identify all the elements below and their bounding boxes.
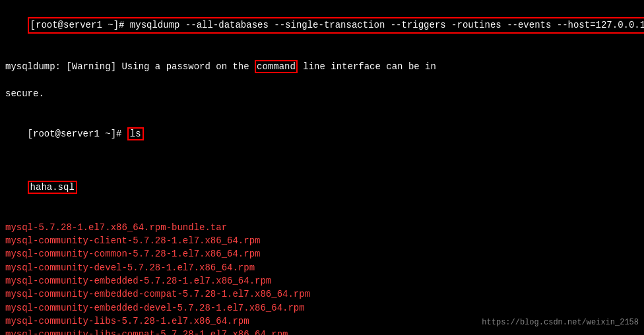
file-6: mysql-community-embedded-compat-5.7.28-1… xyxy=(5,289,310,299)
file-9: mysql-community-libs-compat-5.7.28-1.el7… xyxy=(5,329,288,335)
terminal-window: [root@server1 ~]# mysqldump --all-databa… xyxy=(0,0,644,335)
file-8: mysql-community-libs-5.7.28-1.el7.x86_64… xyxy=(5,316,249,326)
line-mysqldump: [root@server1 ~]# mysqldump --all-databa… xyxy=(5,4,639,47)
haha-sql-highlight: haha.sql xyxy=(28,181,77,194)
cmd-block-1: [root@server1 ~]# mysqldump --all-databa… xyxy=(28,17,644,33)
file-2: mysql-community-client-5.7.28-1.el7.x86_… xyxy=(5,235,260,246)
file-1: mysql-5.7.28-1.el7.x86_64.rpm-bundle.tar xyxy=(5,222,227,233)
line-warning1: mysqldump: [Warning] Using a password on… xyxy=(5,60,639,73)
cmd-ls: ls xyxy=(127,127,144,140)
highlight-command: command xyxy=(255,60,298,73)
line-warning2: secure. xyxy=(5,87,639,100)
file-7: mysql-community-embedded-devel-5.7.28-1.… xyxy=(5,303,305,313)
file-5: mysql-community-embedded-5.7.28-1.el7.x8… xyxy=(5,276,271,286)
line-ls: [root@server1 ~]# ls xyxy=(5,113,639,154)
file-4: mysql-community-devel-5.7.28-1.el7.x86_6… xyxy=(5,262,255,273)
watermark: https://blog.csdn.net/weixin_2158 xyxy=(482,317,639,328)
line-haha: haha.sql xyxy=(5,168,639,208)
prompt-ls: [root@server1 ~]# xyxy=(28,129,127,139)
file-3: mysql-community-common-5.7.28-1.el7.x86_… xyxy=(5,249,260,259)
